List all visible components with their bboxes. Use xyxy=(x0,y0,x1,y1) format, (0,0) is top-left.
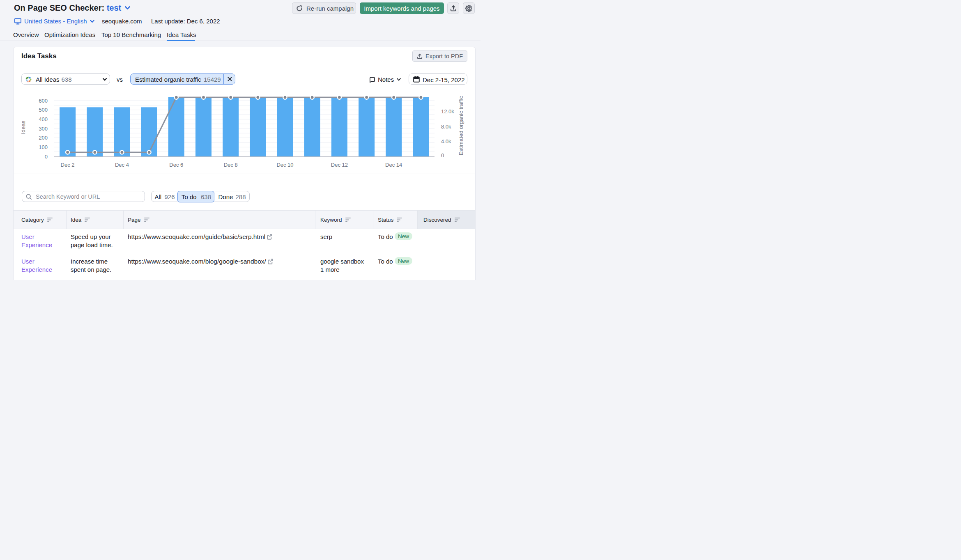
svg-text:8.0k: 8.0k xyxy=(441,124,451,130)
svg-text:Dec 6: Dec 6 xyxy=(169,162,183,168)
svg-text:12.0k: 12.0k xyxy=(441,108,454,115)
svg-text:100: 100 xyxy=(39,144,48,150)
svg-text:200: 200 xyxy=(39,135,48,141)
svg-text:Estimated organic traffic: Estimated organic traffic xyxy=(458,96,464,155)
svg-text:Dec 2: Dec 2 xyxy=(61,162,75,168)
svg-text:Dec 4: Dec 4 xyxy=(115,162,129,168)
svg-text:Ideas: Ideas xyxy=(20,120,26,134)
svg-text:0: 0 xyxy=(441,152,444,158)
svg-text:600: 600 xyxy=(39,98,48,104)
svg-text:Dec 12: Dec 12 xyxy=(331,162,348,168)
svg-text:0: 0 xyxy=(45,154,48,160)
svg-text:500: 500 xyxy=(39,107,48,113)
svg-text:Dec 8: Dec 8 xyxy=(224,162,238,168)
svg-text:4.0k: 4.0k xyxy=(441,138,451,145)
svg-text:300: 300 xyxy=(39,126,48,132)
svg-text:Dec 10: Dec 10 xyxy=(276,162,293,168)
svg-text:Dec 14: Dec 14 xyxy=(385,162,402,168)
svg-text:400: 400 xyxy=(39,116,48,122)
